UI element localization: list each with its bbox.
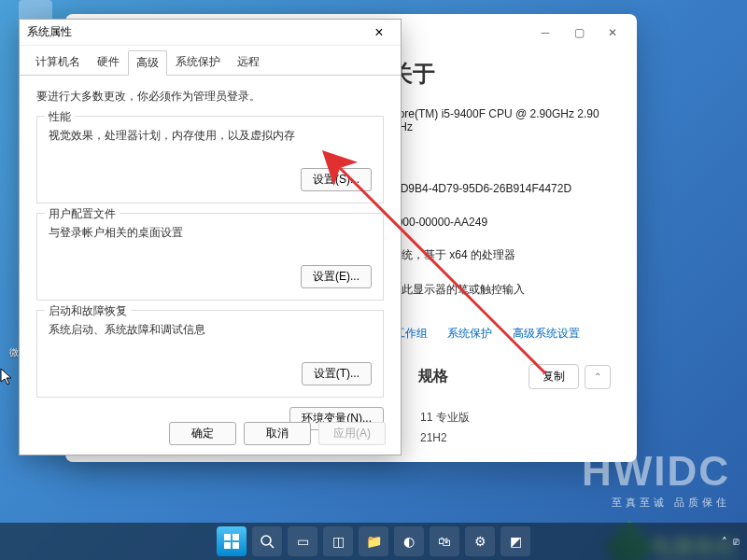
maximize-button[interactable]: ▢ xyxy=(562,20,596,46)
cancel-button[interactable]: 取消 xyxy=(244,422,311,445)
copy-button[interactable]: 复制 xyxy=(529,364,579,389)
tab-computer-name[interactable]: 计算机名 xyxy=(27,49,89,75)
close-button[interactable]: ✕ xyxy=(596,20,629,46)
minimize-button[interactable]: ─ xyxy=(529,20,562,46)
user-profiles-settings-button[interactable]: 设置(E)... xyxy=(301,265,372,288)
collapse-chevron[interactable]: ⌃ xyxy=(585,365,611,389)
device-spec-heading: 规格 xyxy=(418,367,529,386)
settings-button[interactable]: ⚙ xyxy=(465,526,495,556)
dialog-title: 系统属性 xyxy=(27,24,72,40)
group-desc: 系统启动、系统故障和调试信息 xyxy=(49,322,372,338)
windows-build: 21H2 xyxy=(420,431,447,444)
mouse-cursor xyxy=(0,368,13,386)
group-legend: 用户配置文件 xyxy=(45,206,120,222)
user-profiles-group: 用户配置文件 与登录帐户相关的桌面设置 设置(E)... xyxy=(36,213,384,301)
about-heading: 关于 xyxy=(390,59,611,89)
tray-network-icon[interactable]: ⎚ xyxy=(733,536,740,547)
cpu-value: Core(TM) i5-9400F CPU @ 2.90GHz 2.90 GHz xyxy=(390,107,611,133)
performance-settings-button[interactable]: 设置(S)... xyxy=(301,168,372,191)
tray-chevron-icon[interactable]: ˄ xyxy=(722,536,727,548)
group-desc: 与登录帐户相关的桌面设置 xyxy=(49,225,372,241)
file-explorer-button[interactable]: 📁 xyxy=(359,526,388,556)
task-view-button[interactable]: ▭ xyxy=(288,526,317,556)
admin-hint: 要进行大多数更改，你必须作为管理员登录。 xyxy=(36,89,384,105)
dialog-titlebar[interactable]: 系统属性 × xyxy=(20,20,401,46)
taskbar[interactable]: ▭ ◫ 📁 ◐ 🛍 ⚙ ◩ ˄ ⎚ xyxy=(0,523,747,560)
svg-rect-2 xyxy=(233,534,239,540)
startup-recovery-settings-button[interactable]: 设置(T)... xyxy=(302,362,372,385)
tab-hardware[interactable]: 硬件 xyxy=(89,49,128,75)
tab-advanced[interactable]: 高级 xyxy=(128,50,167,76)
link-system-protection[interactable]: 系统保护 xyxy=(447,327,492,340)
system-tray[interactable]: ˄ ⎚ xyxy=(722,536,740,548)
ram-value: M xyxy=(390,145,611,158)
svg-line-6 xyxy=(270,544,274,548)
dialog-tabs: 计算机名 硬件 高级 系统保护 远程 xyxy=(20,46,401,76)
pen-touch: 于此显示器的笔或触控输入 xyxy=(390,282,611,298)
group-legend: 启动和故障恢复 xyxy=(45,303,131,319)
ok-button[interactable]: 确定 xyxy=(169,422,236,445)
device-id: 3-D9B4-4D79-95D6-26B914F4472D xyxy=(390,182,611,195)
apply-button[interactable]: 应用(A) xyxy=(318,422,386,445)
brand-watermark: HWIDC xyxy=(582,448,730,495)
link-advanced-system[interactable]: 高级系统设置 xyxy=(513,327,580,340)
system-type: 系统，基于 x64 的处理器 xyxy=(390,247,611,263)
search-icon xyxy=(260,534,275,549)
svg-rect-4 xyxy=(233,542,239,549)
svg-rect-1 xyxy=(224,534,231,540)
edge-button[interactable]: ◐ xyxy=(394,526,424,556)
close-icon[interactable]: × xyxy=(365,24,393,41)
performance-group: 性能 视觉效果，处理器计划，内存使用，以及虚拟内存 设置(S)... xyxy=(36,116,384,203)
app-icon[interactable]: ◩ xyxy=(500,526,530,556)
system-properties-dialog: 系统属性 × 计算机名 硬件 高级 系统保护 远程 要进行大多数更改，你必须作为… xyxy=(19,19,402,455)
svg-rect-3 xyxy=(224,542,231,549)
tab-remote[interactable]: 远程 xyxy=(229,49,268,75)
start-button[interactable] xyxy=(217,526,247,556)
group-desc: 视觉效果，处理器计划，内存使用，以及虚拟内存 xyxy=(49,128,372,144)
windows-edition: 11 专业版 xyxy=(420,411,470,424)
svg-point-5 xyxy=(261,536,271,545)
widgets-button[interactable]: ◫ xyxy=(323,526,353,556)
search-button[interactable] xyxy=(252,526,282,556)
store-button[interactable]: 🛍 xyxy=(430,526,459,556)
group-legend: 性能 xyxy=(45,109,75,125)
tagline-watermark: 至真至诚 品质保住 xyxy=(612,496,730,510)
windows-icon xyxy=(224,534,239,549)
tab-system-protection[interactable]: 系统保护 xyxy=(167,49,229,75)
startup-recovery-group: 启动和故障恢复 系统启动、系统故障和调试信息 设置(T)... xyxy=(36,310,384,398)
product-id: 0000-00000-AA249 xyxy=(390,216,611,229)
